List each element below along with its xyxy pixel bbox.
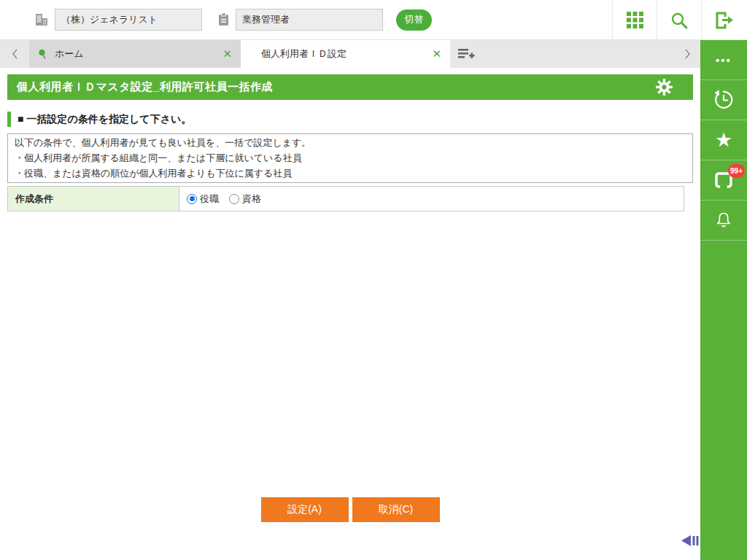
switch-button[interactable]: 切替 bbox=[396, 9, 432, 31]
history-button[interactable] bbox=[700, 80, 747, 120]
form-row-create-condition: 作成条件 役職 資格 bbox=[8, 187, 684, 211]
role-input[interactable] bbox=[236, 9, 383, 31]
section-heading: ■ 一括設定の条件を指定して下さい。 bbox=[7, 112, 693, 127]
history-clock-icon bbox=[713, 89, 735, 111]
radio-qualification-label[interactable]: 資格 bbox=[242, 192, 261, 206]
notification-badge: 99+ bbox=[728, 164, 745, 178]
right-sidebar: ••• ★ 99+ bbox=[700, 40, 747, 560]
form-label: 作成条件 bbox=[8, 187, 179, 211]
add-tab-icon bbox=[457, 47, 475, 61]
tabbar-spacer bbox=[482, 40, 674, 68]
tab-home-label: ホーム bbox=[55, 47, 217, 61]
tab-active-close-icon[interactable]: ✕ bbox=[432, 47, 441, 61]
topbar-actions bbox=[612, 0, 747, 40]
radio-qualification[interactable] bbox=[229, 194, 239, 204]
bell-icon bbox=[713, 210, 734, 230]
settings-gear-icon[interactable] bbox=[656, 79, 673, 96]
logout-button[interactable] bbox=[701, 0, 747, 40]
logout-icon bbox=[714, 11, 735, 30]
tabbar: ホーム ✕ 個人利用者ＩＤ設定 ✕ bbox=[0, 40, 700, 68]
app-root: 切替 bbox=[0, 0, 747, 560]
tab-personal-user-id-settings[interactable]: 個人利用者ＩＤ設定 ✕ bbox=[241, 40, 450, 68]
approval-tasks-button[interactable]: 99+ bbox=[700, 160, 747, 201]
pin-icon bbox=[38, 49, 47, 60]
role-clipboard-icon bbox=[215, 12, 231, 28]
cancel-button[interactable]: 取消(C) bbox=[352, 497, 440, 522]
ellipsis-icon: ••• bbox=[716, 54, 732, 66]
organization-icon bbox=[34, 12, 50, 28]
collapse-panel-icon[interactable] bbox=[681, 533, 700, 548]
tab-scroll-right-button[interactable] bbox=[674, 40, 700, 68]
tab-active-label: 個人利用者ＩＤ設定 bbox=[261, 47, 426, 61]
tab-scroll-left-button[interactable] bbox=[0, 40, 29, 68]
apps-grid-button[interactable] bbox=[612, 0, 657, 40]
add-tab-button[interactable] bbox=[450, 40, 482, 68]
action-buttons: 設定(A) 取消(C) bbox=[0, 497, 700, 522]
submit-button[interactable]: 設定(A) bbox=[261, 497, 349, 522]
main-content: 個人利用者ＩＤマスタ設定_利用許可社員一括作成 bbox=[0, 68, 700, 560]
info-box: 以下の条件で、個人利用者が見ても良い社員を、一括で設定します。 ・個人利用者が所… bbox=[7, 133, 693, 183]
favorites-button[interactable]: ★ bbox=[700, 120, 747, 160]
create-condition-radio-group: 役職 資格 bbox=[187, 192, 676, 206]
info-line: ・個人利用者が所属する組織と同一、または下層に就いている社員 bbox=[15, 150, 686, 166]
notifications-button[interactable] bbox=[700, 201, 747, 241]
star-icon: ★ bbox=[715, 131, 732, 150]
condition-form: 作成条件 役職 資格 bbox=[7, 186, 684, 211]
radio-position-label[interactable]: 役職 bbox=[200, 192, 219, 206]
more-menu-button[interactable]: ••• bbox=[700, 40, 747, 80]
info-line: ・役職、または資格の順位が個人利用者よりも下位に属する社員 bbox=[15, 166, 686, 181]
info-line: 以下の条件で、個人利用者が見ても良い社員を、一括で設定します。 bbox=[15, 135, 686, 150]
topbar: 切替 bbox=[0, 0, 747, 40]
search-icon bbox=[670, 11, 689, 30]
company-input[interactable] bbox=[55, 9, 202, 31]
radio-position[interactable] bbox=[187, 194, 197, 204]
search-button[interactable] bbox=[657, 0, 701, 40]
page-title: 個人利用者ＩＤマスタ設定_利用許可社員一括作成 bbox=[17, 80, 273, 94]
tab-home-close-icon[interactable]: ✕ bbox=[222, 47, 232, 61]
tab-home[interactable]: ホーム ✕ bbox=[29, 40, 241, 68]
apps-grid-icon bbox=[625, 10, 645, 30]
chevron-right-icon bbox=[684, 48, 692, 60]
chevron-left-icon bbox=[11, 48, 19, 60]
page-titlebar: 個人利用者ＩＤマスタ設定_利用許可社員一括作成 bbox=[7, 74, 693, 100]
